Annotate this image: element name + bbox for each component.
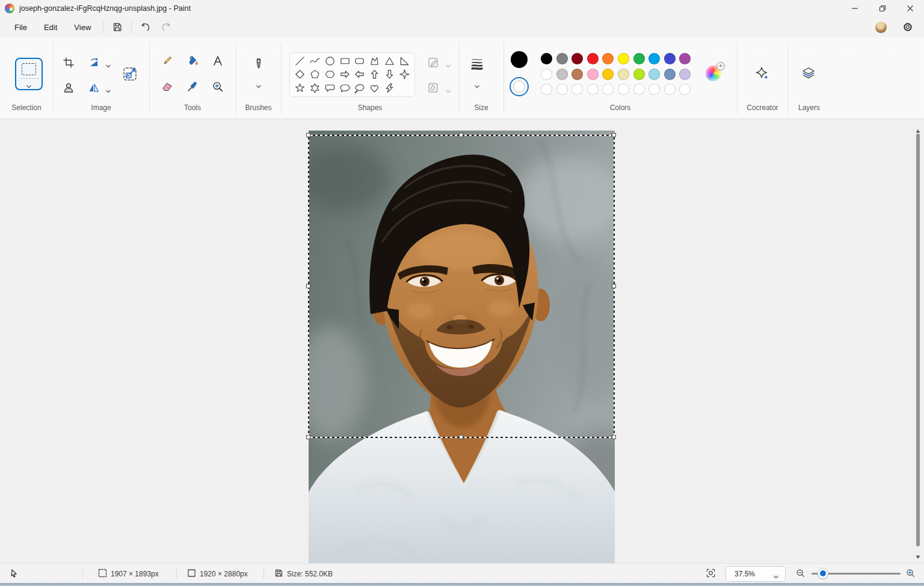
maximize-button[interactable]	[869, 0, 896, 17]
empty-color-swatch[interactable]	[571, 84, 583, 95]
color-swatch[interactable]	[571, 69, 583, 80]
shape-heart[interactable]	[368, 82, 381, 95]
shape-curve[interactable]	[308, 54, 321, 67]
empty-color-swatch[interactable]	[587, 84, 599, 95]
color-swatch[interactable]	[633, 53, 645, 64]
shape-rectangle[interactable]	[338, 54, 351, 67]
menu-edit[interactable]: Edit	[35, 20, 66, 35]
resize-image-button[interactable]	[118, 62, 142, 86]
color-swatch[interactable]	[602, 69, 614, 80]
color-swatch[interactable]	[556, 69, 568, 80]
shape-speech-oval[interactable]	[338, 82, 351, 95]
remove-background-button[interactable]	[59, 78, 78, 97]
vertical-scrollbar[interactable]	[913, 122, 923, 561]
color-swatch[interactable]	[679, 69, 691, 80]
layers-button[interactable]	[796, 61, 821, 85]
selection-handle-s[interactable]	[459, 435, 463, 439]
shape-rounded-rectangle[interactable]	[353, 54, 366, 67]
close-button[interactable]	[896, 0, 924, 17]
empty-color-swatch[interactable]	[664, 84, 676, 95]
account-avatar[interactable]	[875, 22, 887, 33]
color-swatch[interactable]	[664, 69, 676, 80]
shape-diamond[interactable]	[293, 68, 306, 81]
shape-speech-rounded[interactable]	[323, 82, 336, 95]
color-swatch[interactable]	[679, 53, 691, 64]
save-button[interactable]	[107, 19, 128, 35]
crop-button[interactable]	[59, 53, 78, 72]
color2-swatch[interactable]	[510, 77, 529, 96]
shape-pentagon[interactable]	[308, 68, 321, 81]
chevron-down-icon[interactable]	[445, 85, 451, 90]
minimize-button[interactable]	[841, 0, 869, 17]
selection-handle-n[interactable]	[459, 133, 463, 137]
redo-button[interactable]	[156, 19, 176, 35]
zoom-slider-thumb[interactable]	[818, 568, 828, 579]
empty-color-swatch[interactable]	[556, 84, 568, 95]
shape-thought-bubble[interactable]	[353, 82, 366, 95]
eraser-tool-button[interactable]	[158, 77, 177, 96]
fill-tool-button[interactable]	[183, 51, 202, 70]
shape-arrow-right[interactable]	[338, 68, 351, 81]
empty-color-swatch[interactable]	[618, 84, 629, 95]
shape-polygon[interactable]	[368, 54, 381, 67]
scrollbar-thumb[interactable]	[916, 134, 920, 546]
shape-triangle[interactable]	[383, 54, 396, 67]
color-swatch[interactable]	[556, 53, 568, 64]
color-swatch[interactable]	[587, 53, 599, 64]
zoom-level-dropdown[interactable]: 37.5%	[725, 566, 786, 582]
zoom-slider[interactable]	[812, 573, 901, 575]
image-canvas[interactable]	[309, 131, 615, 563]
rotate-button[interactable]	[84, 53, 103, 72]
color-swatch[interactable]	[664, 53, 676, 64]
menu-file[interactable]: File	[6, 20, 35, 35]
scroll-down-arrow[interactable]	[916, 551, 920, 556]
color-swatch[interactable]	[648, 69, 660, 80]
empty-color-swatch[interactable]	[541, 84, 552, 95]
color-swatch[interactable]	[633, 69, 645, 80]
chevron-down-icon[interactable]	[474, 81, 480, 85]
selection-handle-e[interactable]	[612, 284, 616, 288]
chevron-down-icon[interactable]	[105, 60, 111, 65]
shape-star-6[interactable]	[308, 82, 321, 95]
shape-lightning[interactable]	[383, 82, 396, 95]
shape-star-5[interactable]	[293, 82, 306, 95]
zoom-out-button[interactable]	[796, 564, 805, 584]
selection-handle-sw[interactable]	[306, 435, 310, 439]
fit-to-screen-button[interactable]	[706, 564, 715, 584]
settings-button[interactable]	[898, 19, 918, 35]
color-swatch[interactable]	[587, 69, 599, 80]
shape-fill-button[interactable]	[424, 78, 443, 97]
pencil-tool-button[interactable]	[158, 51, 177, 70]
cocreator-button[interactable]	[751, 61, 775, 85]
color-swatch[interactable]	[618, 53, 629, 64]
menu-view[interactable]: View	[66, 20, 99, 35]
empty-color-swatch[interactable]	[679, 84, 691, 95]
color-picker-tool-button[interactable]	[183, 77, 202, 96]
selection-handle-ne[interactable]	[612, 133, 616, 137]
shape-arrow-down[interactable]	[383, 68, 396, 81]
empty-color-swatch[interactable]	[648, 84, 660, 95]
color-swatch[interactable]	[618, 69, 629, 80]
flip-button[interactable]	[84, 78, 103, 97]
chevron-down-icon[interactable]	[256, 81, 262, 85]
empty-color-swatch[interactable]	[602, 84, 614, 95]
shape-outline-button[interactable]	[424, 53, 443, 72]
color-swatch[interactable]	[541, 69, 552, 80]
color-swatch[interactable]	[571, 53, 583, 64]
text-tool-button[interactable]	[208, 51, 227, 70]
brushes-button[interactable]	[247, 52, 271, 76]
shape-line[interactable]	[293, 54, 306, 67]
selection-handle-se[interactable]	[612, 435, 616, 439]
shape-star-4[interactable]	[398, 68, 411, 81]
selection-handle-w[interactable]	[306, 284, 310, 288]
color-swatch[interactable]	[602, 53, 614, 64]
shape-hexagon[interactable]	[323, 68, 336, 81]
chevron-down-icon[interactable]	[445, 60, 451, 65]
selection-tool-button[interactable]	[15, 58, 43, 90]
chevron-down-icon[interactable]	[26, 81, 32, 85]
color-swatch[interactable]	[648, 53, 660, 64]
zoom-in-button[interactable]	[906, 564, 915, 584]
shape-arrow-up[interactable]	[368, 68, 381, 81]
scroll-up-arrow[interactable]	[916, 125, 920, 130]
selection-handle-nw[interactable]	[306, 133, 310, 137]
